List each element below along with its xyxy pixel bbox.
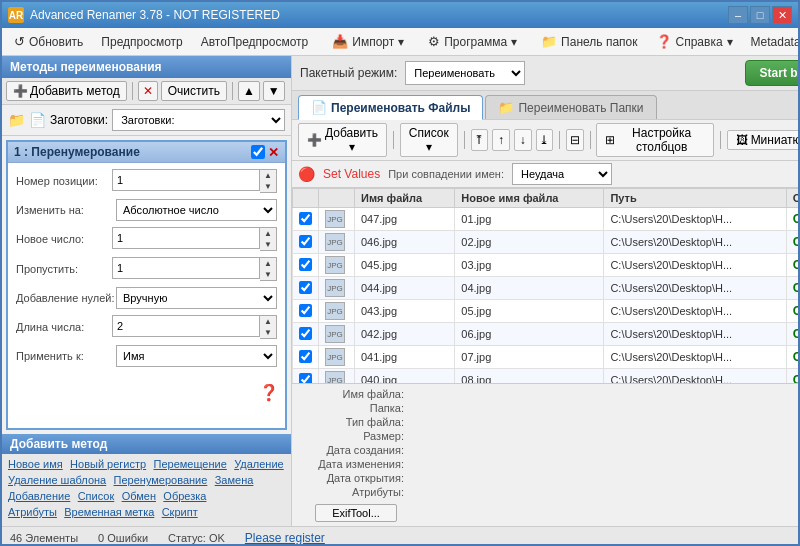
row-thumb: JPG — [319, 254, 355, 277]
move-up-button[interactable]: ↑ — [492, 129, 510, 151]
tab-files[interactable]: 📄 Переименовать Файлы — [298, 95, 483, 120]
filename-label: Имя файла: — [304, 388, 404, 400]
set-values-btn[interactable]: Set Values — [323, 167, 380, 181]
filter-select[interactable]: Неудача — [512, 163, 612, 185]
row-checkbox[interactable] — [299, 327, 312, 340]
row-check — [293, 369, 319, 384]
link-swap[interactable]: Обмен — [122, 490, 156, 504]
length-down[interactable]: ▼ — [260, 327, 276, 338]
position-up[interactable]: ▲ — [260, 170, 276, 181]
add-files-button[interactable]: ➕ Добавить ▾ — [298, 123, 387, 157]
link-delete[interactable]: Удаление — [234, 458, 284, 472]
table-row[interactable]: JPG 043.jpg 05.jpg C:\Users\20\Desktop\H… — [293, 300, 801, 323]
table-row[interactable]: JPG 045.jpg 03.jpg C:\Users\20\Desktop\H… — [293, 254, 801, 277]
apply-select[interactable]: Имя — [116, 345, 277, 367]
clear-button[interactable]: Очистить — [161, 81, 227, 101]
length-up[interactable]: ▲ — [260, 316, 276, 327]
start-batch-button[interactable]: Start batch ▶ — [745, 60, 800, 86]
table-row[interactable]: JPG 044.jpg 04.jpg C:\Users\20\Desktop\H… — [293, 277, 801, 300]
folders-icon: 📁 — [498, 100, 514, 115]
method-close-button[interactable]: ✕ — [268, 146, 279, 159]
skip-input[interactable] — [112, 257, 260, 279]
move-bottom-button[interactable]: ⤓ — [536, 129, 554, 151]
table-row[interactable]: JPG 041.jpg 07.jpg C:\Users\20\Desktop\H… — [293, 346, 801, 369]
minimize-button[interactable]: – — [728, 6, 748, 24]
add-method-button[interactable]: ➕ Добавить метод — [6, 81, 127, 101]
file-table-container: Имя файла Новое имя файла Путь Ошибка JP… — [292, 188, 800, 383]
row-filename: 044.jpg — [355, 277, 455, 300]
help-icon: ❓ — [656, 34, 672, 49]
link-move[interactable]: Перемещение — [154, 458, 227, 472]
skip-label: Пропустить: — [16, 263, 112, 275]
link-trim[interactable]: Обрезка — [163, 490, 206, 504]
table-row[interactable]: JPG 042.jpg 06.jpg C:\Users\20\Desktop\H… — [293, 323, 801, 346]
row-filename: 045.jpg — [355, 254, 455, 277]
position-input[interactable] — [112, 169, 260, 191]
row-checkbox[interactable] — [299, 258, 312, 271]
close-button[interactable]: ✕ — [772, 6, 792, 24]
menu-program[interactable]: ⚙ Программа ▾ — [420, 31, 525, 52]
move-down-button[interactable]: ↓ — [514, 129, 532, 151]
act-sep-2 — [464, 131, 465, 149]
table-row[interactable]: JPG 040.jpg 08.jpg C:\Users\20\Desktop\H… — [293, 369, 801, 384]
thumbs-button[interactable]: 🖼 Миниатюры — [727, 130, 800, 150]
tab-folders[interactable]: 📁 Переименовать Папки — [485, 95, 656, 119]
method-enable-checkbox[interactable] — [251, 145, 265, 159]
link-delete-template[interactable]: Удаление шаблона — [8, 474, 106, 488]
skip-up[interactable]: ▲ — [260, 258, 276, 269]
menu-program-label: Программа — [444, 35, 507, 49]
link-new-register[interactable]: Новый регистр — [70, 458, 146, 472]
method-title: 1 : Перенумерование — [14, 145, 140, 159]
menu-import[interactable]: 📥 Импорт ▾ — [324, 31, 412, 52]
info-accessed: Дата открытия: — [304, 472, 408, 484]
length-input[interactable] — [112, 315, 260, 337]
row-checkbox[interactable] — [299, 281, 312, 294]
batch-select[interactable]: Переименовать — [405, 61, 525, 85]
link-new-name[interactable]: Новое имя — [8, 458, 63, 472]
row-checkbox[interactable] — [299, 212, 312, 225]
menu-autoprev[interactable]: АвтоПредпросмотр — [193, 32, 317, 52]
link-add[interactable]: Добавление — [8, 490, 70, 504]
link-replace[interactable]: Замена — [215, 474, 254, 488]
list-button[interactable]: Список ▾ — [400, 123, 458, 157]
menu-help[interactable]: ❓ Справка ▾ — [648, 31, 741, 52]
link-attrs[interactable]: Атрибуты — [8, 506, 57, 520]
template-select[interactable]: Заготовки: — [112, 109, 285, 131]
menu-panel[interactable]: 📁 Панель папок — [533, 31, 645, 52]
menu-preview[interactable]: Предпросмотр — [93, 32, 190, 52]
row-checkbox[interactable] — [299, 304, 312, 317]
tb-sep-1 — [132, 82, 133, 100]
exiftool-button[interactable]: ExifTool... — [315, 504, 397, 522]
col-error: Ошибка — [786, 189, 800, 208]
change-select[interactable]: Абсолютное число — [116, 199, 277, 221]
newnum-input[interactable] — [112, 227, 260, 249]
menu-update[interactable]: ↺ Обновить — [6, 31, 91, 52]
link-timestamp[interactable]: Временная метка — [64, 506, 154, 520]
down-button[interactable]: ▼ — [263, 81, 285, 101]
window-controls: – □ ✕ — [728, 6, 792, 24]
up-button[interactable]: ▲ — [238, 81, 260, 101]
skip-down[interactable]: ▼ — [260, 269, 276, 280]
columns-button[interactable]: ⊞ Настройка столбцов — [596, 123, 713, 157]
position-down[interactable]: ▼ — [260, 181, 276, 192]
zeros-select[interactable]: Вручную — [116, 287, 277, 309]
row-checkbox[interactable] — [299, 235, 312, 248]
table-row[interactable]: JPG 047.jpg 01.jpg C:\Users\20\Desktop\H… — [293, 208, 801, 231]
delete-button[interactable]: ✕ — [138, 81, 158, 101]
file-thumbnail: JPG — [325, 302, 345, 320]
move-top-button[interactable]: ⤒ — [471, 129, 489, 151]
row-checkbox[interactable] — [299, 350, 312, 363]
newnum-up[interactable]: ▲ — [260, 228, 276, 239]
link-renumber[interactable]: Перенумерование — [114, 474, 208, 488]
link-script[interactable]: Скрипт — [162, 506, 198, 520]
help-button[interactable]: ❓ — [8, 379, 285, 406]
row-checkbox[interactable] — [299, 373, 312, 384]
link-list[interactable]: Список — [78, 490, 115, 504]
register-link[interactable]: Please register — [245, 531, 325, 545]
info-filetype: Тип файла: — [304, 416, 408, 428]
newnum-down[interactable]: ▼ — [260, 239, 276, 250]
table-row[interactable]: JPG 046.jpg 02.jpg C:\Users\20\Desktop\H… — [293, 231, 801, 254]
newnum-spin: ▲ ▼ — [112, 227, 277, 251]
maximize-button[interactable]: □ — [750, 6, 770, 24]
menu-metadata[interactable]: Metadata — [743, 32, 800, 52]
